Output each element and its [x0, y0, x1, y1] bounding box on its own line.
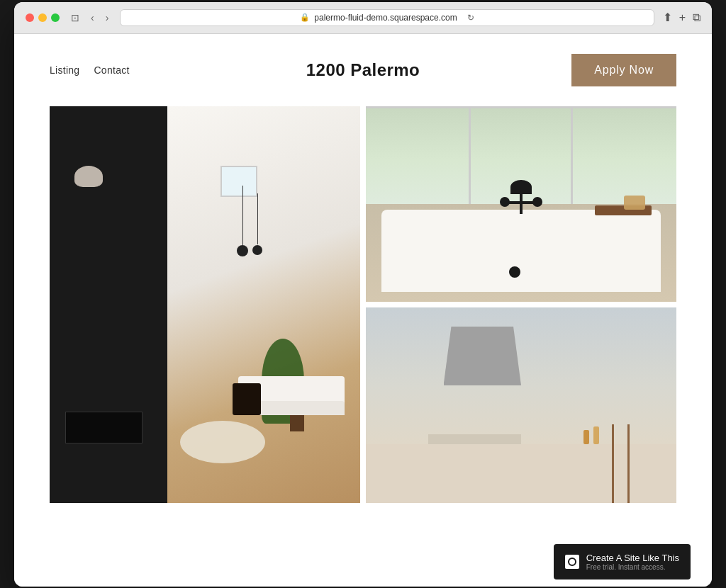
nav-contact[interactable]: Contact: [94, 64, 129, 76]
bathroom-visual: [366, 106, 676, 302]
tile-icon[interactable]: ⧉: [693, 11, 700, 24]
bath-sponge: [624, 196, 645, 210]
squarespace-logo-icon: [565, 555, 579, 569]
pendant-shade-2: [252, 245, 262, 255]
reload-button[interactable]: ↻: [467, 13, 474, 23]
window-top-frame: [366, 106, 676, 108]
faucet-handle-right: [532, 197, 542, 207]
url-text: palermo-fluid-demo.squarespace.com: [314, 13, 457, 23]
gallery-right-column: [366, 106, 676, 503]
nav-listing[interactable]: Listing: [50, 64, 79, 76]
maximize-button[interactable]: [51, 13, 60, 22]
fur-rug: [180, 421, 265, 463]
kitchen-image: [366, 307, 676, 503]
living-room-image: [50, 106, 360, 509]
stool-leg-2: [612, 424, 614, 502]
site-header: Listing Contact 1200 Palermo Apply Now: [14, 34, 712, 106]
window-divider-2: [571, 106, 573, 214]
pendant-light-2: [257, 193, 258, 245]
window-divider-1: [469, 106, 471, 214]
forward-button[interactable]: ›: [103, 11, 112, 25]
pendant-shade-1: [237, 245, 248, 256]
website-content: Listing Contact 1200 Palermo Apply Now: [14, 34, 712, 587]
faucet-handle-left: [500, 197, 510, 207]
apply-now-button[interactable]: Apply Now: [571, 54, 676, 86]
bathroom-image: [366, 106, 676, 302]
browser-actions: ⬆ + ⧉: [663, 11, 700, 24]
wall-decoration: [74, 166, 103, 187]
lock-icon: 🔒: [300, 13, 310, 22]
shower-head: [510, 180, 532, 194]
skylight: [220, 166, 258, 198]
share-icon[interactable]: ⬆: [663, 11, 672, 24]
site-title: 1200 Palermo: [306, 60, 420, 80]
browser-chrome: ⊡ ‹ › 🔒 palermo-fluid-demo.squarespace.c…: [14, 2, 712, 34]
new-tab-icon[interactable]: +: [679, 11, 686, 24]
badge-sub-text: Free trial. Instant access.: [586, 563, 679, 571]
close-button[interactable]: [26, 13, 34, 22]
range-hood: [444, 327, 522, 385]
faucet-fixture: [493, 180, 549, 237]
window-icon[interactable]: ⊡: [68, 11, 82, 25]
browser-controls: ⊡ ‹ ›: [68, 11, 111, 25]
bottle-1: [593, 426, 599, 444]
address-bar[interactable]: 🔒 palermo-fluid-demo.squarespace.com ↻: [120, 9, 654, 26]
browser-window: ⊡ ‹ › 🔒 palermo-fluid-demo.squarespace.c…: [14, 2, 712, 587]
living-room-visual: [50, 106, 360, 503]
bottle-2: [583, 430, 589, 444]
squarespace-badge[interactable]: Create A Site Like This Free trial. Inst…: [554, 544, 691, 579]
badge-main-text: Create A Site Like This: [586, 553, 679, 563]
image-gallery: [14, 106, 712, 537]
badge-text-container: Create A Site Like This Free trial. Inst…: [586, 553, 679, 571]
stool-leg-1: [627, 424, 630, 502]
back-button[interactable]: ‹: [88, 11, 97, 25]
stump-table: [233, 383, 261, 415]
tub-drain: [509, 266, 520, 278]
fireplace: [65, 412, 143, 443]
site-nav: Listing Contact: [50, 64, 130, 76]
black-wall: [50, 106, 167, 503]
minimize-button[interactable]: [38, 13, 47, 22]
kitchen-visual: [366, 307, 676, 503]
traffic-lights: [26, 13, 60, 22]
pendant-light-1: [242, 186, 243, 245]
squarespace-logo-mark: [568, 558, 576, 566]
